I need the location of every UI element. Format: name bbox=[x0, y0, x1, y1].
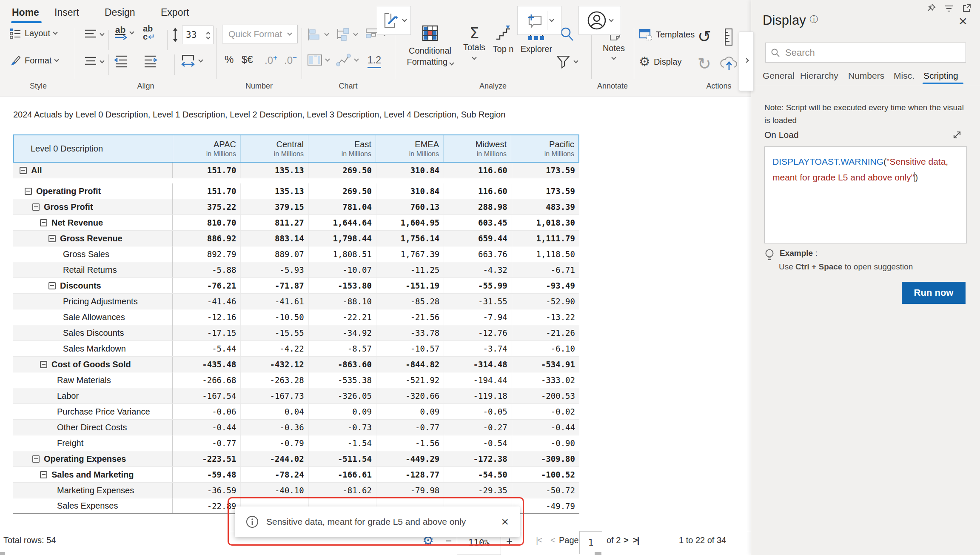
header-col-midwest[interactable]: Midwestin Millions bbox=[443, 135, 511, 162]
header-col-apac[interactable]: APACin Millions bbox=[173, 135, 240, 162]
first-page-button[interactable]: |< bbox=[536, 535, 541, 545]
column-width-button[interactable] bbox=[180, 54, 202, 68]
table-row[interactable]: Freight-0.77-0.79-1.54-1.56-0.54-0.90 bbox=[13, 435, 579, 451]
templates-button[interactable]: Templates bbox=[639, 28, 695, 41]
vertical-align-button[interactable] bbox=[84, 29, 104, 40]
collapse-icon[interactable] bbox=[40, 471, 47, 478]
table-row[interactable]: Net Revenue810.70811.271,644.641,604.956… bbox=[13, 215, 579, 231]
table-row[interactable]: Cost of Goods Sold-435.48-432.12-863.60-… bbox=[13, 357, 579, 372]
pin-icon[interactable] bbox=[926, 3, 936, 13]
top-n-button[interactable]: Top n bbox=[490, 25, 516, 54]
text-direction-button[interactable]: ab bbox=[114, 26, 134, 40]
add-comment-button[interactable] bbox=[517, 6, 561, 35]
display-button[interactable]: ⚙ Display bbox=[639, 55, 681, 68]
toast-close-icon[interactable]: × bbox=[501, 515, 509, 528]
resize-handle[interactable] bbox=[0, 552, 5, 555]
collapse-icon[interactable] bbox=[20, 167, 27, 174]
row-height-value[interactable]: 33 bbox=[186, 30, 197, 40]
bar-chart-button[interactable] bbox=[307, 27, 328, 42]
tab-design[interactable]: Design bbox=[105, 7, 135, 18]
totals-button[interactable]: Σ Totals bbox=[460, 25, 488, 61]
stepper-arrows[interactable] bbox=[207, 31, 210, 39]
filter-button[interactable] bbox=[556, 54, 578, 69]
table-row[interactable]: Marketing Expenses-36.59-40.10-81.62-79.… bbox=[13, 483, 579, 498]
table-row[interactable]: Labor-167.54-167.73-326.05-320.66-119.18… bbox=[13, 388, 579, 404]
collapse-icon[interactable] bbox=[48, 282, 56, 289]
toast-notification[interactable]: Sensitive data, meant for grade L5 and a… bbox=[235, 506, 520, 537]
table-row[interactable]: Retail Returns-5.88-5.93-10.07-11.25-4.3… bbox=[13, 262, 579, 278]
table-row[interactable]: Discounts-76.21-71.87-153.80-151.19-55.9… bbox=[13, 278, 579, 294]
tab-hierarchy[interactable]: Hierarchy bbox=[800, 71, 838, 81]
header-col-pacific[interactable]: Pacificin Millions bbox=[511, 135, 578, 162]
tab-insert[interactable]: Insert bbox=[54, 7, 79, 18]
cloud-upload-icon[interactable] bbox=[720, 56, 738, 71]
next-page-button[interactable]: > bbox=[624, 535, 629, 545]
table-row[interactable]: Raw Materials-266.68-263.28-535.38-521.9… bbox=[13, 372, 579, 388]
collapse-icon[interactable] bbox=[48, 235, 56, 242]
last-page-button[interactable]: >| bbox=[633, 535, 638, 545]
table-row[interactable]: Sales and Marketing-59.48-78.24-166.61-1… bbox=[13, 467, 579, 483]
horizontal-align-button[interactable] bbox=[84, 56, 104, 67]
percent-format-button[interactable]: % bbox=[225, 54, 234, 66]
remove-decimal-button[interactable]: .0− bbox=[284, 54, 297, 66]
tab-home[interactable]: Home bbox=[12, 7, 39, 18]
table-chart-button[interactable] bbox=[307, 54, 329, 66]
outdent-button[interactable] bbox=[114, 54, 128, 68]
tab-general[interactable]: General bbox=[763, 71, 795, 81]
run-now-button[interactable]: Run now bbox=[902, 282, 966, 304]
table-header[interactable]: Level 0 Description APACin Millions Cent… bbox=[13, 134, 579, 163]
ruler-icon[interactable] bbox=[723, 28, 734, 46]
quick-format-select[interactable]: Quick Format bbox=[222, 25, 298, 43]
tab-misc[interactable]: Misc. bbox=[894, 71, 914, 81]
row-height-stepper[interactable]: 33 bbox=[182, 26, 214, 44]
table-row[interactable]: Purchase Price Variance-0.060.040.090.09… bbox=[13, 404, 579, 420]
table-row[interactable]: Sales Markdown-5.44-4.22-8.57-10.57-3.74… bbox=[13, 341, 579, 357]
resize-handle[interactable] bbox=[595, 552, 601, 555]
table-row[interactable]: Sales Discounts-17.15-15.55-34.92-33.78-… bbox=[13, 325, 579, 341]
edit-visual-button[interactable] bbox=[377, 6, 411, 35]
add-decimal-button[interactable]: .0+ bbox=[265, 54, 277, 66]
collapse-icon[interactable] bbox=[25, 188, 32, 195]
layout-button[interactable]: Layout bbox=[9, 27, 57, 39]
table-row[interactable]: Other Direct Costs-0.44-0.36-0.73-0.77-0… bbox=[13, 420, 579, 435]
header-label-cell[interactable]: Level 0 Description bbox=[14, 135, 173, 162]
line-chart-button[interactable] bbox=[336, 53, 358, 67]
search-input[interactable] bbox=[784, 47, 960, 59]
hierarchy-chart-button[interactable] bbox=[336, 27, 357, 42]
table-row[interactable]: All151.70135.13269.50310.84116.60173.59 bbox=[13, 163, 579, 178]
panel-search[interactable] bbox=[765, 43, 966, 63]
table-row[interactable]: Operating Expenses-223.51-244.02-511.54-… bbox=[13, 451, 579, 467]
redo-icon[interactable]: ↻ bbox=[698, 54, 711, 73]
table-row[interactable]: Gross Sales892.79889.071,808.511,767.396… bbox=[13, 246, 579, 262]
tab-scripting[interactable]: Scripting bbox=[923, 71, 958, 81]
table-row[interactable]: Sale Allowances-12.16-10.50-22.21-21.56-… bbox=[13, 309, 579, 325]
table-row[interactable]: Operating Profit151.70135.13269.50310.84… bbox=[13, 183, 579, 199]
collapse-icon[interactable] bbox=[40, 361, 47, 368]
chevron-down-icon[interactable] bbox=[206, 35, 211, 39]
panel-close-icon[interactable]: × bbox=[959, 14, 967, 28]
tab-numbers[interactable]: Numbers bbox=[848, 71, 884, 81]
header-col-emea[interactable]: EMEAin Millions bbox=[376, 135, 443, 162]
table-row[interactable]: Pricing Adjustments-41.46-41.61-88.10-85… bbox=[13, 294, 579, 309]
format-button[interactable]: Format bbox=[9, 54, 58, 66]
header-col-east[interactable]: Eastin Millions bbox=[308, 135, 376, 162]
account-button[interactable] bbox=[578, 6, 621, 35]
previous-page-button[interactable]: < bbox=[550, 535, 556, 545]
expand-editor-icon[interactable] bbox=[952, 130, 962, 140]
filter-lines-icon[interactable] bbox=[944, 3, 954, 13]
script-editor[interactable]: DISPLAYTOAST.WARNING("Sensitive data, me… bbox=[764, 146, 967, 243]
currency-format-button[interactable]: $€ bbox=[242, 54, 253, 66]
decimal-format-button[interactable]: 1.2 bbox=[368, 54, 381, 68]
undo-icon[interactable]: ↺ bbox=[698, 27, 711, 46]
tab-export[interactable]: Export bbox=[161, 7, 189, 18]
table-row[interactable]: Gross Revenue886.92883.141,798.441,756.1… bbox=[13, 231, 579, 246]
popout-icon[interactable] bbox=[962, 3, 971, 13]
header-col-central[interactable]: Centralin Millions bbox=[240, 135, 308, 162]
table-row[interactable]: Gross Profit375.22379.15781.04760.13288.… bbox=[13, 199, 579, 215]
page-number-input[interactable]: 1 bbox=[579, 531, 602, 554]
collapse-icon[interactable] bbox=[32, 203, 40, 211]
collapse-icon[interactable] bbox=[40, 219, 47, 226]
indent-button[interactable] bbox=[143, 54, 157, 68]
panel-expander[interactable] bbox=[739, 31, 754, 91]
collapse-icon[interactable] bbox=[32, 455, 40, 463]
